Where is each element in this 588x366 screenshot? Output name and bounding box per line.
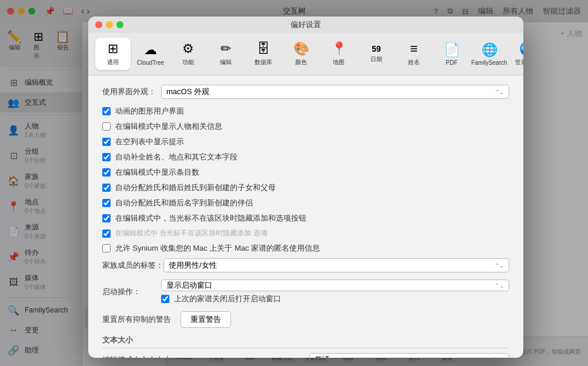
name-tab-label: 姓名 (408, 58, 420, 66)
database-tab-icon: 🗄 (257, 41, 270, 56)
familysearch-tab-icon: 🌐 (482, 42, 497, 58)
ui-appearance-arrow: ⌃⌄ (495, 89, 504, 95)
unknown-1-label: 在编辑模式中 当光标不在该区块时隐藏添加 选项 (115, 228, 268, 238)
auto-distribute-children-label: 自动分配姓氏和婚后姓氏到新创建的子女和父母 (115, 182, 276, 193)
show-in-empty-checkbox[interactable] (102, 138, 111, 146)
reset-warnings-button[interactable]: 重置警告 (181, 311, 231, 328)
startup-action-select[interactable]: 显示启动窗口 ⌃⌄ (161, 280, 509, 291)
checkbox-auto-complete: 自动补全姓名、地点和其它文本字段 (102, 152, 509, 162)
modal-overlay: 偏好设置 ⊞ 通用 ☁ CloudTree ⚙ 功能 ✏ 编辑 🗄 数据库 (0, 0, 588, 366)
date-tab-icon: 59 (372, 44, 381, 54)
text-size-title: 文本大小 (102, 335, 509, 348)
allow-synium-checkbox[interactable] (102, 244, 111, 252)
prefs-minimize-button[interactable] (106, 21, 113, 28)
worldhistory-tab-icon: 🌍 (519, 41, 524, 56)
checkbox-auto-distribute-children: 自动分配姓氏和婚后姓氏到新创建的子女和父母 (102, 182, 509, 193)
auto-distribute-children-checkbox[interactable] (102, 184, 111, 192)
date-tab-label: 日期 (370, 55, 382, 64)
general-tab-icon: ⊞ (108, 41, 118, 56)
auto-distribute-spouse-label: 自动分配姓氏和婚后名字到新创建的伴侣 (115, 198, 253, 208)
animated-ui-label: 动画的图形用户界面 (115, 106, 184, 117)
pdf-tab-label: PDF (446, 59, 457, 66)
text-size-edit-value: 普通 (315, 355, 330, 358)
member-label-label: 家族成员的标签： (102, 260, 163, 271)
tab-edit[interactable]: ✏ 编辑 (208, 38, 243, 70)
tab-function[interactable]: ⚙ 功能 (171, 38, 206, 70)
prefs-traffic-lights (95, 21, 123, 28)
function-tab-icon: ⚙ (182, 41, 194, 56)
show-startup-checkbox[interactable] (161, 295, 169, 303)
show-count-checkbox[interactable] (102, 168, 111, 177)
prefs-close-button[interactable] (95, 21, 102, 28)
name-tab-icon: ≡ (410, 41, 418, 56)
reset-warnings-label: 重置所有抑制的警告 (102, 314, 171, 325)
show-startup-label: 上次的家谱关闭后打开启动窗口 (174, 294, 281, 304)
startup-action-value: 显示启动窗口 (166, 280, 212, 291)
tab-database[interactable]: 🗄 数据库 (246, 38, 281, 70)
checkbox-show-in-empty: 在空列表中显示提示 (102, 137, 509, 147)
hide-buttons-label: 在编辑模式中，当光标不在该区块时隐藏添加和选项按钮 (115, 213, 306, 224)
auto-distribute-spouse-checkbox[interactable] (102, 199, 111, 207)
startup-action-container: 显示启动窗口 ⌃⌄ 上次的家谱关闭后打开启动窗口 (161, 280, 509, 304)
tab-familysearch[interactable]: 🌐 FamilySearch (472, 39, 507, 69)
member-label-select[interactable]: 使用男性/女性 ⌃⌄ (163, 258, 509, 272)
checkbox-auto-distribute-spouse: 自动分配姓氏和婚后名字到新创建的伴侣 (102, 198, 509, 208)
database-tab-label: 数据库 (255, 58, 272, 66)
text-size-edit-arrow: ⌃⌄ (491, 356, 504, 358)
prefs-dialog: 偏好设置 ⊞ 通用 ☁ CloudTree ⚙ 功能 ✏ 编辑 🗄 数据库 (88, 16, 523, 358)
familysearch-tab-label: FamilySearch (471, 59, 507, 66)
show-in-empty-label: 在空列表中显示提示 (115, 137, 184, 147)
checkbox-show-photo: 在编辑模式中显示人物相关信息 (102, 121, 509, 132)
tab-color[interactable]: 🎨 颜色 (283, 38, 319, 70)
checkbox-show-count: 在编辑模式中显示条目数 (102, 167, 509, 178)
startup-action-row: 启动操作： 显示启动窗口 ⌃⌄ 上次的家谱关闭后打开启动窗口 (102, 280, 509, 304)
tab-general[interactable]: ⊞ 通用 (95, 38, 131, 70)
text-size-edit-select[interactable]: 普通 ⌃⌄ (309, 353, 509, 358)
ui-appearance-row: 使用界面外观： macOS 外观 ⌃⌄ (102, 85, 509, 99)
edit-tab-icon: ✏ (220, 41, 231, 56)
reset-warnings-row: 重置所有抑制的警告 重置警告 (102, 311, 509, 328)
map-tab-icon: 📍 (331, 41, 347, 56)
startup-action-arrow: ⌃⌄ (495, 282, 504, 289)
checkbox-animated-ui: 动画的图形用户界面 (102, 106, 509, 117)
map-tab-label: 地图 (333, 58, 345, 66)
startup-action-label: 启动操作： (102, 287, 161, 297)
prefs-maximize-button[interactable] (116, 21, 123, 28)
worldhistory-tab-label: 世界历史 (515, 58, 523, 66)
checkbox-allow-synium: 允许 Synium 收集您的 Mac 上关于 Mac 家谱的匿名使用信息 (102, 243, 509, 254)
tab-cloudtree[interactable]: ☁ CloudTree (133, 39, 168, 69)
ui-appearance-label: 使用界面外观： (102, 86, 161, 97)
color-tab-icon: 🎨 (293, 41, 309, 56)
text-size-edit-row: 编辑模式中文本大小： 普通 ⌃⌄ (102, 353, 509, 358)
member-label-row: 家族成员的标签： 使用男性/女性 ⌃⌄ (102, 258, 509, 272)
pdf-tab-icon: 📄 (444, 42, 460, 58)
allow-synium-label: 允许 Synium 收集您的 Mac 上关于 Mac 家谱的匿名使用信息 (115, 243, 320, 254)
show-startup-row: 上次的家谱关闭后打开启动窗口 (161, 294, 509, 304)
tab-name[interactable]: ≡ 姓名 (396, 38, 432, 70)
auto-complete-checkbox[interactable] (102, 153, 111, 161)
tab-worldhistory[interactable]: 🌍 世界历史 (509, 38, 523, 70)
function-tab-label: 功能 (182, 58, 194, 66)
hide-buttons-checkbox[interactable] (102, 214, 111, 222)
text-size-edit-label: 编辑模式中文本大小： (102, 355, 309, 358)
prefs-content: 使用界面外观： macOS 外观 ⌃⌄ 动画的图形用户界面 在编辑模式中显示人物… (88, 75, 523, 358)
prefs-title: 偏好设置 (290, 19, 321, 30)
unknown-1-checkbox[interactable] (102, 229, 111, 238)
prefs-tab-bar: ⊞ 通用 ☁ CloudTree ⚙ 功能 ✏ 编辑 🗄 数据库 🎨 颜色 (88, 33, 523, 75)
tab-pdf[interactable]: 📄 PDF (434, 39, 469, 69)
color-tab-label: 颜色 (295, 58, 307, 66)
prefs-title-bar: 偏好设置 (88, 16, 523, 33)
tab-date[interactable]: 59 日期 (359, 41, 394, 67)
auto-complete-label: 自动补全姓名、地点和其它文本字段 (115, 152, 238, 162)
tab-map[interactable]: 📍 地图 (321, 38, 356, 70)
show-count-label: 在编辑模式中显示条目数 (115, 167, 199, 178)
ui-appearance-value: macOS 外观 (166, 86, 209, 97)
ui-appearance-select[interactable]: macOS 外观 ⌃⌄ (161, 85, 509, 99)
animated-ui-checkbox[interactable] (102, 107, 111, 115)
checkbox-unknown-1: 在编辑模式中 当光标不在该区块时隐藏添加 选项 (102, 228, 509, 238)
text-size-section: 文本大小 编辑模式中文本大小： 普通 ⌃⌄ 交互树编辑区块的文本大小： 小 ⌃⌄ (102, 335, 509, 358)
show-photo-label: 在编辑模式中显示人物相关信息 (115, 121, 222, 132)
show-photo-checkbox[interactable] (102, 122, 111, 131)
cloudtree-tab-label: CloudTree (137, 59, 164, 66)
cloudtree-tab-icon: ☁ (144, 42, 157, 58)
